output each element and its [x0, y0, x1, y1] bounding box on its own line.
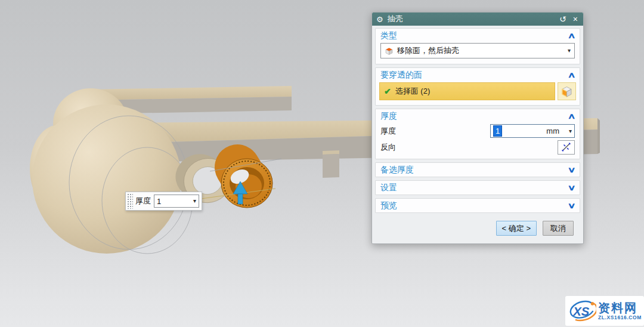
chevron-down-icon[interactable]: ∨	[568, 201, 576, 210]
gear-icon: ⚙	[376, 16, 383, 23]
watermark-site-url: ZL.XS1616.COM	[598, 315, 642, 320]
reverse-direction-icon	[561, 142, 571, 152]
section-preview-title: 预览	[380, 200, 397, 211]
onscreen-thickness-input[interactable]: 1 ▾	[154, 195, 199, 208]
reverse-direction-label: 反向	[380, 142, 396, 153]
dialog-titlebar[interactable]: ⚙ 抽壳 ↺ ×	[372, 13, 583, 26]
select-face-label: 选择面 (2)	[395, 86, 431, 97]
onscreen-thickness-value: 1	[157, 197, 193, 206]
dialog-body: 类型 ∧ 移除面，然后抽壳 ▾ 要穿透的面 ∧	[372, 26, 583, 213]
dialog-footer: < 确定 > 取消	[372, 216, 583, 243]
thickness-input[interactable]: 1 mm ▾	[490, 124, 575, 138]
type-dropdown[interactable]: 移除面，然后抽壳 ▾	[380, 43, 575, 58]
caret-down-icon: ▾	[568, 48, 571, 54]
thickness-value: 1	[493, 125, 502, 137]
chevron-down-icon[interactable]: ∨	[568, 165, 576, 174]
application-window: 厚度 1 ▾ ⚙ 抽壳 ↺ × 类型 ∧	[0, 0, 644, 327]
section-faces: 要穿透的面 ∧ ✔ 选择面 (2)	[375, 67, 580, 106]
section-alt-thickness: 备选厚度 ∨	[375, 162, 580, 177]
shell-dialog: ⚙ 抽壳 ↺ × 类型 ∧ 移除面，然后抽壳 ▾	[371, 12, 584, 244]
dialog-title: 抽壳	[388, 14, 554, 24]
close-button[interactable]: ×	[572, 15, 579, 23]
xs-logo-icon: XS	[568, 298, 596, 324]
caret-down-icon[interactable]: ▾	[569, 128, 572, 134]
drag-handle[interactable]	[127, 193, 133, 209]
reset-button[interactable]: ↺	[558, 15, 568, 23]
onscreen-thickness-panel: 厚度 1 ▾	[125, 192, 202, 211]
ok-button[interactable]: < 确定 >	[496, 221, 537, 236]
chevron-up-icon[interactable]: ∧	[568, 31, 576, 40]
check-icon: ✔	[384, 87, 391, 96]
thickness-field-label: 厚度	[380, 126, 396, 137]
section-type: 类型 ∧ 移除面，然后抽壳 ▾	[375, 28, 580, 64]
cancel-button[interactable]: 取消	[543, 221, 574, 236]
caret-down-icon[interactable]: ▾	[193, 198, 196, 204]
watermark-monogram: XS	[572, 305, 590, 318]
shell-type-cube-icon	[385, 47, 394, 55]
watermark-site-name: 资料网	[598, 302, 642, 314]
section-settings: 设置 ∨	[375, 180, 580, 195]
select-face-row[interactable]: ✔ 选择面 (2)	[379, 82, 555, 100]
chevron-up-icon[interactable]: ∧	[568, 112, 576, 121]
section-preview: 预览 ∨	[375, 198, 580, 213]
face-cube-icon	[561, 85, 573, 98]
chevron-up-icon[interactable]: ∧	[568, 70, 576, 79]
type-dropdown-value: 移除面，然后抽壳	[397, 45, 564, 56]
section-thickness-title: 厚度	[380, 111, 397, 122]
onscreen-thickness-label: 厚度	[135, 196, 151, 206]
face-select-button[interactable]	[558, 82, 576, 100]
reverse-direction-button[interactable]	[558, 140, 575, 155]
section-faces-title: 要穿透的面	[380, 70, 422, 81]
section-type-title: 类型	[380, 30, 397, 41]
model-foot[interactable]	[323, 150, 339, 178]
section-thickness: 厚度 ∧ 厚度 1 mm ▾ 反向	[375, 109, 580, 159]
chevron-down-icon[interactable]: ∨	[568, 183, 576, 192]
watermark-logo: XS 资料网 ZL.XS1616.COM	[565, 296, 644, 326]
thickness-unit[interactable]: mm	[546, 127, 559, 135]
model-body-blob[interactable]	[30, 88, 193, 254]
section-alt-thickness-title: 备选厚度	[380, 165, 414, 175]
section-settings-title: 设置	[380, 183, 397, 193]
